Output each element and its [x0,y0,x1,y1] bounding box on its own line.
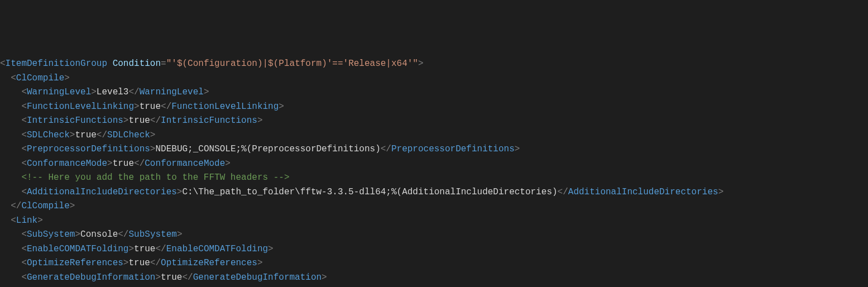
token-bracket: > [177,229,183,240]
token-bracket: < [21,130,27,140]
code-line[interactable]: <WarningLevel>Level3</WarningLevel> [0,85,868,100]
token-tag: Link [16,216,37,226]
token-bracket: > [204,87,209,97]
token-bracket: </ [182,272,193,283]
token-tag: SubSystem [27,229,75,240]
token-text: true [134,244,155,254]
token-bracket: < [21,159,27,169]
token-bracket: < [21,272,27,283]
token-bracket: > [418,59,424,69]
token-bracket: > [155,272,161,283]
token-tag: SubSystem [128,229,176,240]
token-bracket: </ [161,102,171,112]
token-text: true [113,159,134,169]
token-bracket: > [123,116,129,126]
token-bracket: < [11,216,16,226]
token-bracket: </ [381,144,391,154]
token-tag: PreprocessorDefinitions [27,144,150,154]
token-bracket: > [150,130,156,140]
token-bracket: < [21,229,27,240]
token-comment-delim: <!-- [21,173,42,183]
token-bracket: </ [128,87,139,97]
token-bracket: </ [558,187,568,197]
token-text: true [140,102,161,112]
token-bracket: </ [150,258,161,268]
token-bracket: < [11,73,16,83]
token-tag: PreprocessorDefinitions [391,144,515,154]
token-text: Console [80,229,118,240]
token-bracket: < [21,244,27,254]
token-bracket: > [64,73,70,83]
token-bracket: > [268,244,274,254]
token-tag: FunctionLevelLinking [171,102,279,112]
token-bracket: = [161,59,166,69]
token-bracket: > [91,87,97,97]
token-text: NDEBUG;_CONSOLE;%(PreprocessorDefinition… [155,144,380,154]
code-line[interactable]: <OptimizeReferences>true</OptimizeRefere… [0,256,868,271]
token-tag: EnableCOMDATFolding [27,244,128,254]
token-tag: SDLCheck [107,130,150,140]
token-tag: AdditionalIncludeDirectories [27,187,177,197]
token-bracket: > [515,144,520,154]
code-line[interactable]: <IntrinsicFunctions>true</IntrinsicFunct… [0,114,868,128]
token-bracket: > [70,130,75,140]
token-bracket: </ [155,244,166,254]
token-bracket: < [21,87,27,97]
code-line[interactable]: <!-- Here you add the path to the FFTW h… [0,171,868,185]
token-text: true [75,130,96,140]
token-tag: WarningLevel [140,87,204,97]
token-bracket: </ [134,159,145,169]
token-text: true [128,116,150,126]
code-line[interactable]: <SDLCheck>true</SDLCheck> [0,128,868,143]
token-tag: ClCompile [21,201,69,211]
code-line[interactable]: <PreprocessorDefinitions>NDEBUG;_CONSOLE… [0,142,868,157]
code-line[interactable]: <FunctionLevelLinking>true</FunctionLeve… [0,100,868,114]
code-line[interactable]: <Link> [0,214,868,228]
token-tag: ClCompile [16,73,64,83]
code-line[interactable]: <ItemDefinitionGroup Condition="'$(Confi… [0,57,868,71]
token-bracket: > [257,116,263,126]
token-bracket: < [21,258,27,268]
code-line[interactable]: <EnableCOMDATFolding>true</EnableCOMDATF… [0,242,868,257]
token-bracket: </ [118,229,128,240]
token-bracket: </ [150,116,161,126]
token-tag: EnableCOMDATFolding [166,244,268,254]
token-bracket: > [128,244,134,254]
token-tag: OptimizeReferences [27,258,123,268]
code-line[interactable]: <GenerateDebugInformation>true</Generate… [0,271,868,285]
token-tag: AdditionalIncludeDirectories [568,187,718,197]
token-bracket: > [70,201,75,211]
token-tag: WarningLevel [27,87,91,97]
token-bracket: > [75,229,80,240]
code-line[interactable]: </ClCompile> [0,199,868,214]
code-line[interactable]: <SubSystem>Console</SubSystem> [0,228,868,242]
token-bracket: > [107,159,113,169]
token-tag: FunctionLevelLinking [27,102,134,112]
code-line[interactable]: <ConformanceMode>true</ConformanceMode> [0,157,868,171]
token-text: true [161,272,182,283]
code-editor[interactable]: <ItemDefinitionGroup Condition="'$(Confi… [0,57,868,287]
token-bracket: < [21,102,27,112]
token-bracket: </ [11,201,21,211]
token-text: Level3 [97,87,129,97]
token-tag: IntrinsicFunctions [161,116,257,126]
code-line[interactable]: <AdditionalIncludeDirectories>C:\The_pat… [0,185,868,200]
code-line[interactable]: <AdditionalDependencies>fftw3.lib;%(Addi… [0,285,868,287]
token-comment: Here you add the path to the FFTW header… [43,173,274,183]
token-text: true [128,258,150,268]
token-bracket: > [225,159,231,169]
token-tag: GenerateDebugInformation [27,272,155,283]
token-bracket: > [279,102,284,112]
token-text: C:\The_path_to_folder\fftw-3.3.5-dll64;%… [182,187,557,197]
token-bracket: > [322,272,327,283]
token-bracket: </ [97,130,107,140]
token-bracket: > [134,102,140,112]
token-tag: OptimizeReferences [161,258,257,268]
token-bracket: > [37,216,43,226]
token-bracket: > [257,258,263,268]
token-bracket: < [0,59,6,69]
code-line[interactable]: <ClCompile> [0,71,868,86]
token-tag: IntrinsicFunctions [27,116,123,126]
token-tag: ConformanceMode [27,159,107,169]
token-attr-value: "'$(Configuration)|$(Platform)'=='Releas… [166,59,418,69]
